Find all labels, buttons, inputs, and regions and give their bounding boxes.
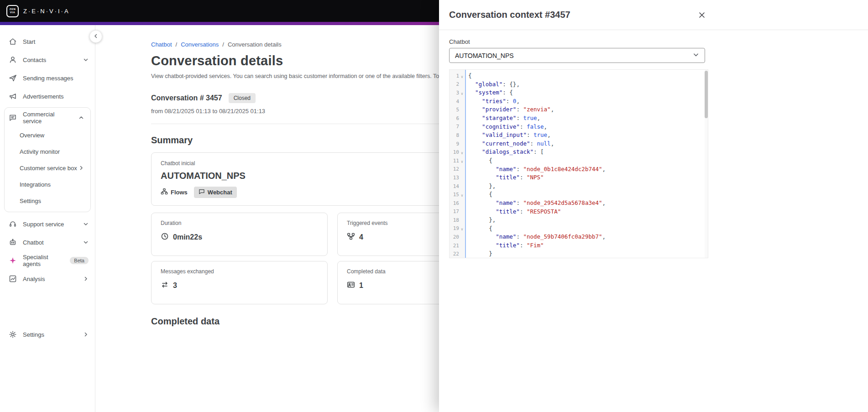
chatbot-select-label: Chatbot [449, 38, 722, 45]
sidebar-item-label: Specialist agents [23, 254, 61, 267]
sidebar-subitem-label: Settings [20, 198, 41, 204]
breadcrumb-separator: / [222, 41, 224, 48]
line-number: 22 [453, 251, 459, 257]
flows-icon [161, 188, 168, 197]
code-line: "dialogs_stack": [ [468, 148, 708, 156]
sidebar-item-chatbot[interactable]: Chatbot [0, 233, 95, 251]
sidebar-subitem-settings[interactable]: Settings [5, 193, 90, 209]
sidebar-item-support-service[interactable]: Support service [0, 215, 95, 233]
line-number: 21 [453, 243, 459, 249]
line-number: 8 [456, 132, 459, 138]
fold-toggle-icon[interactable]: ∨ [459, 151, 465, 155]
line-number: 19 [453, 225, 459, 231]
breadcrumb-current: Conversation details [228, 41, 282, 48]
gutter-line: 7 [450, 123, 465, 131]
sidebar-item-label: Chatbot [23, 239, 44, 246]
sidebar-item-sending-messages[interactable]: Sending messages [0, 69, 95, 87]
line-number: 3 [456, 90, 459, 96]
tag-label: Webchat [208, 189, 232, 196]
webchat-icon [199, 188, 205, 196]
sidebar-item-specialist-agents[interactable]: Specialist agents Beta [0, 251, 95, 270]
line-number: 5 [456, 107, 459, 113]
chevron-up-icon [78, 115, 84, 120]
gutter-line: 3∨ [450, 89, 465, 97]
gutter-line: 18 [450, 216, 465, 224]
zenvia-logo-icon: ZEN VIA [6, 5, 19, 17]
line-number: 17 [453, 209, 459, 214]
breadcrumb-conversations[interactable]: Conversations [181, 41, 219, 48]
sidebar-item-contacts[interactable]: Contacts [0, 51, 95, 69]
gutter-line: 16 [450, 199, 465, 208]
sidebar-item-label: Analysis [23, 276, 45, 282]
line-number: 14 [453, 183, 459, 189]
line-number: 1 [456, 73, 459, 79]
close-icon[interactable] [696, 10, 707, 21]
gutter-line: 9 [450, 140, 465, 148]
conversation-context-drawer: Conversation context #3457 Chatbot AUTOM… [439, 0, 868, 412]
sidebar-subitem-overview[interactable]: Overview [5, 127, 90, 143]
sidebar-item-start[interactable]: Start [0, 32, 95, 51]
chevron-right-icon [83, 276, 89, 282]
editor-scrollbar-thumb[interactable] [705, 71, 708, 118]
gutter-line: 20 [450, 233, 465, 241]
fold-toggle-icon[interactable]: ∨ [459, 193, 465, 198]
logo-text-top: ZEN [10, 8, 16, 11]
line-number: 18 [453, 217, 459, 223]
zenvia-logo: ZEN VIA Z·E·N·V·I·A [6, 5, 70, 17]
stat-value: 4 [359, 233, 363, 241]
sidebar-subitem-label: Customer service box [20, 165, 77, 172]
chat-square-icon [9, 114, 17, 122]
stat-label: Duration [161, 220, 318, 226]
line-number: 15 [453, 192, 459, 198]
code-line: { [468, 224, 708, 233]
code-line: { [468, 190, 708, 199]
sidebar-item-label: Advertisements [23, 93, 64, 100]
sidebar-subitem-integrations[interactable]: Integrations [5, 176, 90, 193]
code-line: "name": "node_29542d5a5678a3e4", [468, 199, 708, 208]
beta-badge: Beta [70, 257, 89, 264]
line-number: 11 [453, 158, 459, 164]
gutter-line: 2 [450, 80, 465, 89]
chevron-right-icon [83, 332, 89, 337]
fold-toggle-icon[interactable]: ∨ [459, 227, 465, 231]
gutter-line: 21 [450, 241, 465, 250]
chevron-down-icon [83, 240, 89, 245]
sidebar-item-commercial-service[interactable]: Commercial service [5, 109, 90, 127]
code-line: { [468, 156, 708, 165]
code-line: "title": "RESPOSTA" [468, 208, 708, 216]
context-json-editor[interactable]: 1∨23∨45678910∨11∨12131415∨16171819∨20212… [449, 69, 708, 258]
line-number: 7 [456, 124, 459, 130]
line-number: 16 [453, 200, 459, 206]
fold-toggle-icon[interactable]: ∨ [459, 160, 465, 164]
sidebar-item-settings[interactable]: Settings [0, 325, 95, 344]
breadcrumb-chatbot[interactable]: Chatbot [151, 41, 172, 48]
sidebar-collapse-button[interactable] [89, 30, 102, 43]
status-badge: Closed [229, 93, 256, 103]
sidebar-subitem-customer-service-box[interactable]: Customer service box [5, 160, 90, 176]
fold-toggle-icon[interactable]: ∨ [459, 92, 465, 96]
line-number: 6 [456, 115, 459, 121]
code-line: "tries": 0, [468, 97, 708, 106]
fold-toggle-icon[interactable]: ∨ [459, 75, 465, 79]
chatbot-select[interactable]: AUTOMATION_NPS [449, 48, 705, 63]
tag-webchat: Webchat [194, 187, 237, 198]
chevron-down-icon [83, 57, 89, 63]
sidebar-subitem-activity-monitor[interactable]: Activity monitor [5, 143, 90, 160]
stat-label: Messages exchanged [161, 268, 318, 275]
line-number: 13 [453, 175, 459, 181]
headset-icon [9, 220, 17, 228]
code-line: "stargate": true, [468, 114, 708, 123]
logo-text-bottom: VIA [10, 11, 16, 14]
gutter-line: 10∨ [450, 148, 465, 156]
stat-value: 3 [173, 282, 177, 290]
code-line: "title": "NPS" [468, 173, 708, 182]
stat-value: 1 [359, 282, 363, 290]
sparkle-icon [9, 256, 17, 265]
line-number: 4 [456, 99, 459, 104]
gutter-line: 13 [450, 173, 465, 182]
sidebar-item-advertisements[interactable]: Advertisements [0, 87, 95, 105]
gutter-line: 12 [450, 165, 465, 174]
sidebar-item-analysis[interactable]: Analysis [0, 270, 95, 288]
chatbot-select-value: AUTOMATION_NPS [455, 52, 514, 59]
stat-card-messages-exchanged: Messages exchanged 3 [151, 261, 328, 304]
